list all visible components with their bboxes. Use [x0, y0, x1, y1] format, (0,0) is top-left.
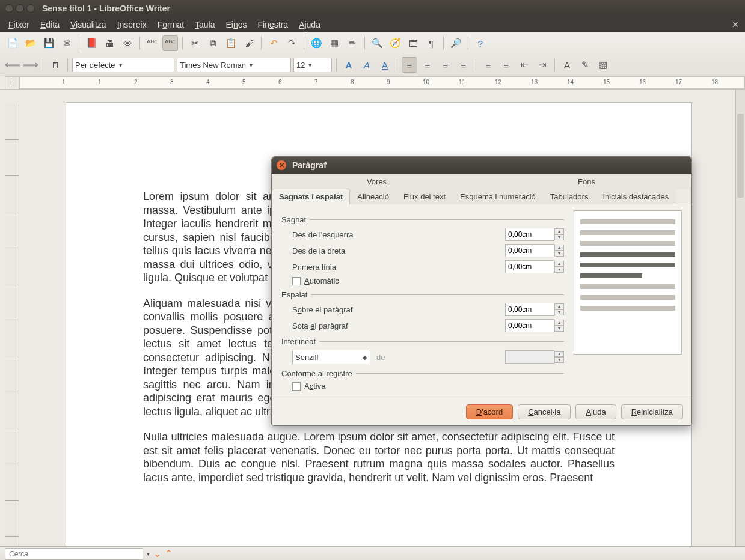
paragraph-3: Nulla ultricies malesuada augue. Lorem i… [143, 430, 615, 484]
cancel-button[interactable]: Cancel·la [518, 404, 571, 419]
zoom-button[interactable]: 🔎 [448, 35, 464, 51]
vertical-scrollbar[interactable] [735, 90, 745, 546]
align-right-button[interactable]: ≡ [438, 57, 453, 73]
find-toolbar: ▾ ⌄ ⌃ [0, 546, 745, 560]
drawing-button[interactable]: ✏ [345, 35, 360, 51]
background-color-button[interactable]: ▧ [595, 57, 611, 73]
menu-finestra[interactable]: Finestra [258, 20, 289, 29]
email-button[interactable]: ✉ [59, 35, 75, 51]
window-minimize-button[interactable] [16, 4, 24, 13]
format-paintbrush-button[interactable]: 🖌 [241, 35, 257, 51]
toolbar-standard: 📄 📂 💾 ✉ 📕 🖶 👁 ᴬᴮᶜ ᴬᴮᶜ ✂ ⧉ 📋 🖌 ↶ ↷ 🌐 ▦ ✏ … [0, 32, 745, 54]
bullet-list-button[interactable]: ≡ [498, 57, 514, 73]
paragraph-style-combo[interactable]: Per defecte▾ [72, 58, 174, 72]
menu-ajuda[interactable]: Ajuda [299, 20, 320, 29]
numbered-list-button[interactable]: ≡ [480, 57, 496, 73]
cut-button[interactable]: ✂ [187, 35, 203, 51]
font-color-button[interactable]: A [559, 57, 575, 73]
space-above-input[interactable] [505, 303, 554, 316]
dialog-titlebar[interactable]: ✕ Paràgraf [272, 157, 691, 174]
increase-indent-button[interactable]: ⇥ [535, 57, 550, 73]
find-prev-icon[interactable]: ⌃ [165, 548, 173, 559]
dialog-close-button[interactable]: ✕ [277, 160, 286, 170]
group-registre-title: Conforme al registre [281, 369, 564, 378]
spin-up-icon[interactable]: ▴ [554, 228, 564, 234]
paragraph-dialog: ✕ Paràgraf Vores Fons Sagnats i espaiat … [271, 156, 692, 426]
table-button[interactable]: ▦ [327, 35, 342, 51]
tab-sagnats-espaiat[interactable]: Sagnats i espaiat [272, 189, 350, 204]
group-espaiat-title: Espaiat [281, 290, 564, 299]
find-next-icon[interactable]: ⌄ [153, 548, 161, 559]
menu-eines[interactable]: Eines [225, 20, 247, 29]
menu-format[interactable]: Format [158, 20, 184, 29]
horizontal-ruler[interactable]: 112 345 678 91011 121314 151617 18 [19, 76, 745, 89]
save-button[interactable]: 💾 [41, 35, 57, 51]
spin-down-icon[interactable]: ▾ [554, 234, 564, 240]
print-button[interactable]: 🖶 [102, 35, 117, 51]
tab-vores[interactable]: Vores [272, 174, 482, 189]
align-left-button[interactable]: ≡ [402, 57, 417, 73]
spellcheck-button[interactable]: ᴬᴮᶜ [144, 35, 160, 51]
gallery-button[interactable]: 🗔 [405, 35, 421, 51]
undo-button[interactable]: ↶ [266, 35, 281, 51]
tab-esquema-numeracio[interactable]: Esquema i numeració [453, 189, 543, 204]
highlight-button[interactable]: ✎ [577, 57, 593, 73]
menu-taula[interactable]: Taula [195, 20, 215, 29]
redo-button[interactable]: ↷ [284, 35, 299, 51]
nav-back-button[interactable]: ⟸ [5, 57, 20, 73]
font-name-combo[interactable]: Times New Roman▾ [177, 58, 291, 72]
activa-checkbox[interactable] [292, 382, 301, 391]
tab-inicials-destacades[interactable]: Inicials destacades [595, 189, 676, 204]
window-close-button[interactable] [5, 4, 13, 13]
new-doc-button[interactable]: 📄 [5, 35, 20, 51]
decrease-indent-button[interactable]: ⇤ [517, 57, 532, 73]
ok-button[interactable]: D'acord [466, 404, 513, 419]
help-button[interactable]: ? [473, 35, 488, 51]
navigator-button[interactable]: 🧭 [387, 35, 403, 51]
activa-label: Activa [304, 382, 325, 391]
space-below-input[interactable] [505, 319, 554, 332]
ruler-corner: L [5, 76, 19, 90]
automatic-label: Automàtic [304, 276, 339, 285]
first-line-input[interactable] [505, 260, 554, 273]
menu-insereix[interactable]: Insereix [117, 20, 147, 29]
linespacing-combo[interactable]: Senzill ◆ [292, 350, 370, 364]
group-sagnat-title: Sagnat [281, 215, 564, 224]
align-center-button[interactable]: ≡ [420, 57, 435, 73]
help-button[interactable]: Ajuda [575, 404, 616, 419]
align-justify-button[interactable]: ≡ [456, 57, 471, 73]
find-button[interactable]: 🔍 [369, 35, 385, 51]
menu-edita[interactable]: Edita [40, 20, 60, 29]
window-title: Sense títol 1 - LibreOffice Writer [42, 4, 170, 13]
underline-button[interactable]: A [377, 57, 393, 73]
menubar-close-icon[interactable]: ✕ [732, 20, 739, 29]
bold-button[interactable]: A [341, 57, 357, 73]
window-maximize-button[interactable] [26, 4, 35, 13]
automatic-checkbox[interactable] [292, 277, 301, 285]
font-size-combo[interactable]: 12▾ [293, 58, 332, 72]
menu-fitxer[interactable]: Fitxer [8, 20, 29, 29]
pdf-export-button[interactable]: 📕 [84, 35, 99, 51]
tab-fons[interactable]: Fons [482, 174, 691, 189]
autospell-button[interactable]: ᴬᴮᶜ [162, 35, 178, 51]
linespacing-de-label: de [376, 353, 385, 362]
italic-button[interactable]: A [359, 57, 375, 73]
vertical-ruler[interactable] [5, 104, 19, 546]
hyperlink-button[interactable]: 🌐 [308, 35, 324, 51]
nonprinting-button[interactable]: ¶ [423, 35, 439, 51]
reset-button[interactable]: Reinicialitza [621, 404, 683, 419]
print-preview-button[interactable]: 👁 [120, 35, 135, 51]
find-input[interactable] [5, 548, 143, 560]
paste-button[interactable]: 📋 [223, 35, 239, 51]
open-button[interactable]: 📂 [23, 35, 38, 51]
indent-right-input[interactable] [505, 244, 554, 257]
nav-forward-button[interactable]: ⟹ [23, 57, 38, 73]
copy-button[interactable]: ⧉ [205, 35, 221, 51]
font-size-value: 12 [296, 61, 305, 70]
tab-tabuladors[interactable]: Tabuladors [543, 189, 596, 204]
indent-left-input[interactable] [505, 228, 554, 241]
menu-visualitza[interactable]: Visualitza [70, 20, 106, 29]
tab-alineacio[interactable]: Alineació [350, 189, 396, 204]
tab-flux-text[interactable]: Flux del text [396, 189, 453, 204]
styles-button[interactable]: 🗒 [48, 57, 63, 73]
